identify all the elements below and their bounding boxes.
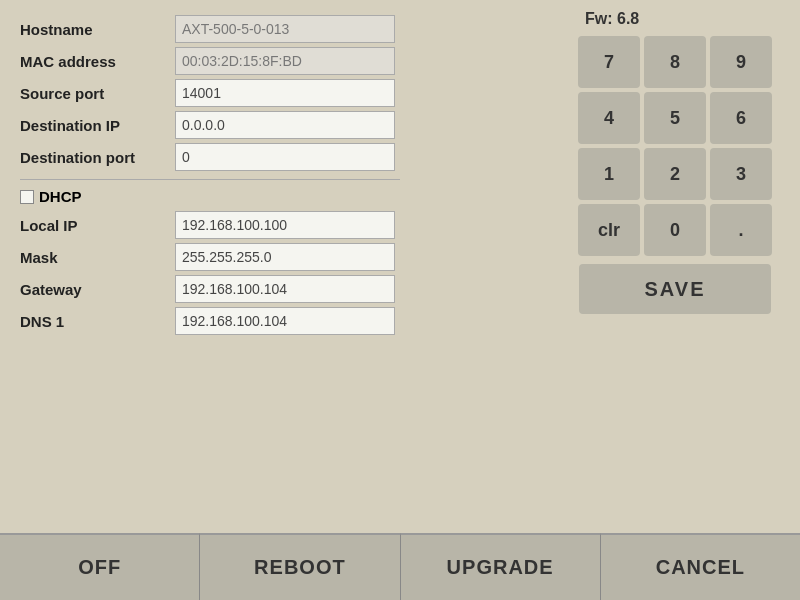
- local-ip-label: Local IP: [20, 217, 175, 234]
- dest-port-input[interactable]: [175, 143, 395, 171]
- numpad-btn-0[interactable]: 0: [644, 204, 706, 256]
- dhcp-checkbox[interactable]: [20, 190, 34, 204]
- dest-ip-row: Destination IP: [20, 111, 570, 139]
- dns1-input[interactable]: [175, 307, 395, 335]
- mac-label: MAC address: [20, 53, 175, 70]
- numpad-btn-4[interactable]: 4: [578, 92, 640, 144]
- numpad-btn-.[interactable]: .: [710, 204, 772, 256]
- mac-input[interactable]: [175, 47, 395, 75]
- left-panel: Hostname MAC address Source port Destina…: [20, 10, 570, 510]
- numpad-btn-9[interactable]: 9: [710, 36, 772, 88]
- numpad-btn-1[interactable]: 1: [578, 148, 640, 200]
- source-port-label: Source port: [20, 85, 175, 102]
- mac-row: MAC address: [20, 47, 570, 75]
- dest-ip-input[interactable]: [175, 111, 395, 139]
- numpad-btn-8[interactable]: 8: [644, 36, 706, 88]
- reboot-button[interactable]: REBOOT: [200, 533, 400, 600]
- save-button[interactable]: SAVE: [579, 264, 771, 314]
- dns1-row: DNS 1: [20, 307, 570, 335]
- gateway-row: Gateway: [20, 275, 570, 303]
- dest-port-label: Destination port: [20, 149, 175, 166]
- fw-label: Fw: 6.8: [570, 10, 639, 28]
- right-panel: Fw: 6.8 789456123clr0. SAVE: [570, 10, 780, 510]
- dest-port-row: Destination port: [20, 143, 570, 171]
- divider-top: [20, 179, 400, 180]
- local-ip-input[interactable]: [175, 211, 395, 239]
- dest-ip-label: Destination IP: [20, 117, 175, 134]
- numpad-btn-2[interactable]: 2: [644, 148, 706, 200]
- hostname-input[interactable]: [175, 15, 395, 43]
- upgrade-button[interactable]: UPGRADE: [401, 533, 601, 600]
- source-port-row: Source port: [20, 79, 570, 107]
- dhcp-label: DHCP: [39, 188, 82, 205]
- mask-row: Mask: [20, 243, 570, 271]
- hostname-label: Hostname: [20, 21, 175, 38]
- numpad-btn-7[interactable]: 7: [578, 36, 640, 88]
- off-button[interactable]: OFF: [0, 533, 200, 600]
- cancel-button[interactable]: CANCEL: [601, 533, 800, 600]
- numpad-btn-3[interactable]: 3: [710, 148, 772, 200]
- numpad-btn-6[interactable]: 6: [710, 92, 772, 144]
- hostname-row: Hostname: [20, 15, 570, 43]
- mask-input[interactable]: [175, 243, 395, 271]
- bottom-bar: OFF REBOOT UPGRADE CANCEL: [0, 533, 800, 600]
- dhcp-row: DHCP: [20, 188, 570, 205]
- mask-label: Mask: [20, 249, 175, 266]
- numpad-btn-5[interactable]: 5: [644, 92, 706, 144]
- gateway-input[interactable]: [175, 275, 395, 303]
- numpad: 789456123clr0.: [578, 36, 772, 256]
- gateway-label: Gateway: [20, 281, 175, 298]
- source-port-input[interactable]: [175, 79, 395, 107]
- local-ip-row: Local IP: [20, 211, 570, 239]
- dns1-label: DNS 1: [20, 313, 175, 330]
- numpad-btn-clr[interactable]: clr: [578, 204, 640, 256]
